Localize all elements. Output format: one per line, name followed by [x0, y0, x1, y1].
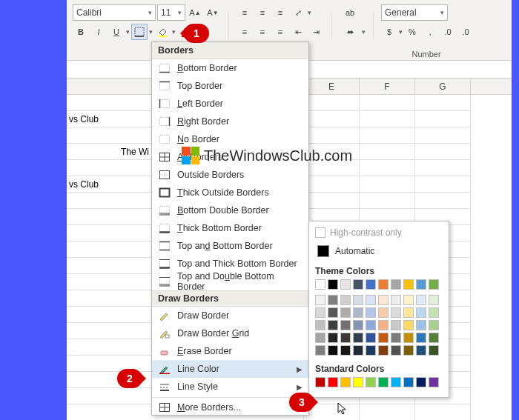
number-format-combo[interactable]: General ▾ — [381, 4, 448, 21]
border-item-draw[interactable]: Draw Border — [152, 307, 308, 324]
color-swatch[interactable] — [416, 307, 426, 318]
orientation-button[interactable]: ⤢ — [290, 4, 306, 21]
comma-button[interactable]: , — [422, 24, 438, 40]
cell[interactable] — [360, 144, 415, 160]
column-header[interactable]: F — [360, 79, 415, 94]
color-swatch[interactable] — [378, 307, 389, 318]
font-name-combo[interactable]: Calibri ▾ — [73, 4, 156, 21]
border-item-bottomdouble[interactable]: Bottom Double Border — [152, 201, 308, 219]
grow-font-button[interactable]: A▲ — [187, 4, 203, 21]
cell[interactable] — [360, 127, 415, 144]
color-swatch[interactable] — [416, 320, 426, 330]
color-swatch[interactable] — [429, 307, 439, 318]
color-swatch[interactable] — [340, 345, 351, 356]
color-swatch[interactable] — [366, 345, 376, 356]
color-swatch[interactable] — [429, 377, 439, 387]
color-swatch[interactable] — [353, 307, 363, 318]
cell[interactable] — [304, 176, 360, 193]
color-swatch[interactable] — [378, 333, 389, 343]
cell[interactable] — [415, 111, 471, 127]
cell[interactable] — [415, 176, 471, 193]
cell[interactable] — [360, 404, 415, 420]
color-swatch[interactable] — [366, 295, 376, 305]
cell[interactable] — [304, 193, 360, 209]
color-swatch[interactable] — [391, 320, 401, 330]
color-swatch[interactable] — [340, 377, 351, 387]
color-swatch[interactable] — [416, 345, 426, 356]
color-swatch[interactable] — [315, 377, 325, 387]
border-item-drawgrid[interactable]: Draw Border Grid — [152, 324, 308, 342]
cell[interactable] — [304, 127, 360, 144]
color-swatch[interactable] — [378, 377, 389, 387]
border-item-more[interactable]: More Borders... — [152, 397, 308, 415]
color-swatch[interactable] — [429, 345, 439, 356]
color-swatch[interactable] — [353, 279, 363, 290]
color-swatch[interactable] — [340, 333, 351, 343]
fill-color-button[interactable] — [154, 24, 171, 40]
color-swatch[interactable] — [403, 279, 414, 290]
border-item-right[interactable]: Right Border — [152, 113, 308, 130]
color-swatch[interactable] — [378, 320, 389, 330]
border-item-topdoublebottom[interactable]: Top and Double Bottom Border — [152, 273, 308, 290]
color-swatch[interactable] — [416, 279, 426, 290]
cell[interactable] — [415, 193, 471, 209]
bold-button[interactable]: B — [73, 24, 89, 40]
color-swatch[interactable] — [378, 279, 389, 290]
cell[interactable] — [415, 160, 471, 176]
color-swatch[interactable] — [429, 320, 439, 330]
align-bottom-button[interactable]: ≡ — [272, 4, 288, 21]
color-swatch[interactable] — [391, 345, 401, 356]
border-item-bottom[interactable]: Bottom Border — [152, 59, 308, 77]
cell[interactable] — [360, 111, 415, 127]
color-swatch[interactable] — [353, 377, 363, 387]
color-swatch[interactable] — [378, 295, 389, 305]
border-item-linecolor[interactable]: Line Color▶ — [152, 360, 308, 378]
color-swatch[interactable] — [403, 377, 414, 387]
color-swatch[interactable] — [353, 295, 363, 305]
decrease-decimal-button[interactable]: .0 — [457, 24, 474, 40]
cell[interactable]: vs Club — [67, 111, 104, 127]
color-swatch[interactable] — [328, 307, 338, 318]
color-swatch[interactable] — [403, 345, 414, 356]
borders-button[interactable] — [131, 24, 148, 40]
border-item-outside[interactable]: Outside Borders — [152, 166, 308, 184]
color-swatch[interactable] — [403, 320, 414, 330]
color-swatch[interactable] — [391, 295, 401, 305]
color-swatch[interactable] — [328, 320, 338, 330]
color-swatch[interactable] — [391, 333, 401, 343]
color-swatch[interactable] — [416, 333, 426, 343]
color-swatch[interactable] — [328, 279, 338, 290]
border-item-topbottom[interactable]: Top and Bottom Border — [152, 237, 308, 255]
color-swatch[interactable] — [403, 307, 414, 318]
align-middle-button[interactable]: ≡ — [254, 4, 271, 21]
color-swatch[interactable] — [315, 345, 325, 356]
underline-button[interactable]: U — [108, 24, 125, 40]
increase-decimal-button[interactable]: .0 — [440, 24, 456, 40]
color-swatch[interactable] — [315, 333, 325, 343]
color-swatch[interactable] — [315, 320, 325, 330]
color-swatch[interactable] — [366, 307, 376, 318]
cell[interactable] — [360, 176, 415, 193]
italic-button[interactable]: I — [90, 24, 107, 40]
color-swatch[interactable] — [416, 377, 426, 387]
color-swatch[interactable] — [403, 295, 414, 305]
percent-button[interactable]: % — [404, 24, 420, 40]
color-swatch[interactable] — [391, 279, 401, 290]
border-item-linestyle[interactable]: Line Style▶ — [152, 378, 308, 396]
color-swatch[interactable] — [353, 320, 363, 330]
color-swatch[interactable] — [315, 295, 325, 305]
cell[interactable] — [304, 111, 360, 127]
color-swatch[interactable] — [366, 279, 376, 290]
font-size-combo[interactable]: 11 ▾ — [157, 4, 185, 21]
color-swatch[interactable] — [328, 345, 338, 356]
cell[interactable] — [415, 404, 471, 420]
border-item-top[interactable]: Top Border — [152, 77, 308, 95]
border-item-thickbottom[interactable]: Thick Bottom Border — [152, 219, 308, 237]
increase-indent-button[interactable]: ⇥ — [308, 24, 324, 40]
color-swatch[interactable] — [340, 295, 351, 305]
border-item-topthickbottom[interactable]: Top and Thick Bottom Border — [152, 255, 308, 273]
color-swatch[interactable] — [315, 307, 325, 318]
cell[interactable] — [360, 193, 415, 209]
column-header[interactable]: E — [304, 79, 360, 94]
merge-button[interactable]: ⬌ — [340, 24, 360, 40]
